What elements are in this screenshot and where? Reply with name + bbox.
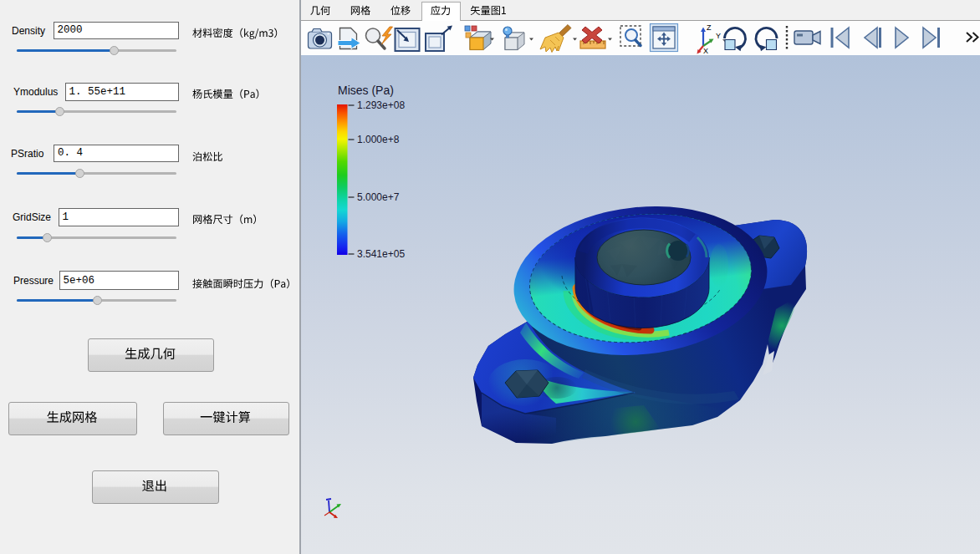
svg-text:X: X [703, 47, 708, 55]
svg-text:Mises (Pa): Mises (Pa) [338, 84, 394, 97]
svg-text:Z: Z [707, 23, 712, 32]
svg-text:Y: Y [716, 32, 721, 40]
svg-text:1.000e+8: 1.000e+8 [357, 134, 400, 145]
svg-text:1.293e+08: 1.293e+08 [357, 99, 405, 111]
svg-text:5.000e+7: 5.000e+7 [357, 191, 400, 203]
svg-text:3.541e+05: 3.541e+05 [357, 248, 405, 260]
